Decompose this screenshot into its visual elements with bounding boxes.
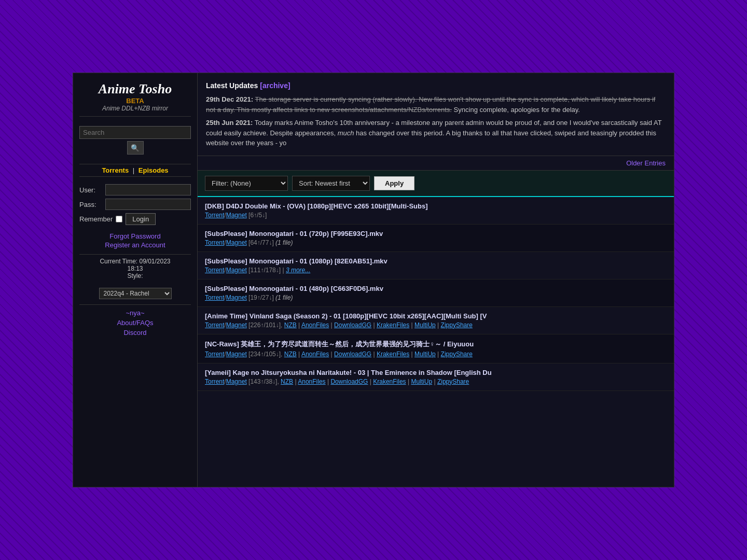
downloadgg-link[interactable]: DownloadGG bbox=[334, 351, 371, 358]
downloadgg-link[interactable]: DownloadGG bbox=[334, 321, 371, 329]
entry-item: [NC-Raws] 英雄王，为了穷尽武道而转生～然后，成为世界最强的见习骑士♀～… bbox=[198, 334, 674, 363]
username-input[interactable] bbox=[105, 184, 191, 195]
torrent-link[interactable]: Torrent bbox=[205, 351, 224, 358]
user-row: User: bbox=[79, 184, 191, 195]
entry-title[interactable]: [NC-Raws] 英雄王，为了穷尽武道而转生～然后，成为世界最强的见习骑士♀～… bbox=[205, 340, 667, 349]
magnet-link[interactable]: Magnet bbox=[226, 267, 247, 274]
torrent-link[interactable]: Torrent bbox=[205, 294, 224, 301]
magnet-link[interactable]: Magnet bbox=[226, 212, 247, 219]
magnet-link[interactable]: Magnet bbox=[226, 239, 247, 246]
krakenfiles-link[interactable]: KrakenFiles bbox=[377, 321, 409, 329]
update-date-1: 29th Dec 2021: bbox=[206, 95, 253, 103]
entry-item: [Yameii] Kage no Jitsuryokusha ni Narita… bbox=[198, 363, 674, 391]
older-entries-link[interactable]: Older Entries bbox=[198, 156, 674, 171]
current-time-value: 18:13 bbox=[79, 265, 191, 272]
update-entry-1: 29th Dec 2021: The storage server is cur… bbox=[206, 94, 666, 115]
update-entry-2: 25th Jun 2021: Today marks Anime Tosho's… bbox=[206, 118, 666, 148]
search-button[interactable]: 🔍 bbox=[127, 141, 144, 155]
entry-links: Torrent/Magnet [143↑/38↓], NZB | AnonFil… bbox=[205, 378, 667, 385]
entry-item: [Anime Time] Vinland Saga (Season 2) - 0… bbox=[198, 307, 674, 334]
current-time-label: Current Time: 09/01/2023 bbox=[79, 258, 191, 265]
anonfiles-link[interactable]: AnonFiles bbox=[298, 378, 325, 385]
entry-item: [SubsPlease] Mononogatari - 01 (480p) [C… bbox=[198, 279, 674, 307]
nav-links: Torrents | Episodes bbox=[79, 164, 191, 177]
torrents-link[interactable]: Torrents bbox=[102, 166, 129, 174]
entry-links: Torrent/Magnet [234↑/105↓], NZB | AnonFi… bbox=[205, 351, 667, 358]
more-link[interactable]: 3 more... bbox=[286, 267, 310, 274]
entry-item: [DKB] D4DJ Double Mix - (OVA) [1080p][HE… bbox=[198, 197, 674, 225]
zippyshare-link[interactable]: ZippyShare bbox=[441, 351, 473, 358]
archive-link[interactable]: [archive] bbox=[260, 81, 290, 90]
krakenfiles-link[interactable]: KrakenFiles bbox=[373, 378, 406, 385]
pass-label: Pass: bbox=[79, 201, 102, 208]
multiup-link[interactable]: MultiUp bbox=[411, 378, 432, 385]
filter-select[interactable]: Filter: (None) bbox=[205, 176, 288, 191]
update-date-2: 25th Jun 2021: bbox=[206, 119, 253, 127]
nzb-link[interactable]: NZB bbox=[284, 351, 297, 358]
multiup-link[interactable]: MultiUp bbox=[414, 321, 436, 329]
update-text-strike-1: The storage server is currently syncing … bbox=[206, 95, 655, 114]
multiup-link[interactable]: MultiUp bbox=[414, 351, 436, 358]
torrent-link[interactable]: Torrent bbox=[205, 212, 224, 219]
torrent-link[interactable]: Torrent bbox=[205, 321, 224, 329]
style-select[interactable]: 2022q4 - Rachel bbox=[99, 288, 172, 299]
remember-label: Remember bbox=[79, 215, 113, 223]
discord-link[interactable]: Discord bbox=[79, 329, 191, 337]
updates-title: Latest Updates bbox=[206, 81, 258, 90]
torrent-link[interactable]: Torrent bbox=[205, 267, 224, 274]
nzb-link[interactable]: NZB bbox=[284, 321, 297, 329]
episodes-link[interactable]: Episodes bbox=[139, 166, 169, 174]
magnet-link[interactable]: Magnet bbox=[226, 294, 247, 301]
password-input[interactable] bbox=[105, 199, 191, 210]
logo-beta: BETA bbox=[79, 97, 191, 105]
remember-checkbox[interactable] bbox=[116, 216, 122, 222]
login-button[interactable]: Login bbox=[126, 213, 156, 225]
main-content: Latest Updates [archive] 29th Dec 2021: … bbox=[198, 73, 674, 487]
style-area: 2022q4 - Rachel bbox=[79, 288, 191, 299]
filter-bar: Filter: (None) Sort: Newest first Apply bbox=[198, 171, 674, 197]
logo-title: Anime Tosho bbox=[79, 81, 191, 97]
search-input[interactable] bbox=[79, 126, 191, 139]
remember-row: Remember Login bbox=[79, 213, 191, 225]
anonfiles-link[interactable]: AnonFiles bbox=[301, 351, 329, 358]
magnet-link[interactable]: Magnet bbox=[226, 321, 247, 329]
magnet-link[interactable]: Magnet bbox=[226, 351, 247, 358]
entry-links: Torrent/Magnet [6↑/5↓] bbox=[205, 212, 667, 219]
nzb-link[interactable]: NZB bbox=[281, 378, 293, 385]
forgot-password-link[interactable]: Forgot Password bbox=[79, 232, 191, 240]
entries-list: [DKB] D4DJ Double Mix - (OVA) [1080p][HE… bbox=[198, 197, 674, 391]
about-link[interactable]: About/FAQs bbox=[79, 319, 191, 327]
login-area: User: Pass: Remember Login bbox=[79, 182, 191, 227]
entry-item: [SubsPlease] Mononogatari - 01 (1080p) [… bbox=[198, 252, 674, 279]
entry-links: Torrent/Magnet [64↑/77↓] (1 file) bbox=[205, 239, 667, 246]
search-area: 🔍 bbox=[79, 122, 191, 159]
register-link[interactable]: Register an Account bbox=[79, 241, 191, 249]
logo-area: Anime Tosho BETA Anime DDL+NZB mirror bbox=[79, 81, 191, 117]
apply-button[interactable]: Apply bbox=[374, 176, 414, 190]
nya-link[interactable]: ~nya~ bbox=[79, 309, 191, 317]
torrent-link[interactable]: Torrent bbox=[205, 239, 224, 246]
nav-separator: | bbox=[133, 166, 134, 174]
anonfiles-link[interactable]: AnonFiles bbox=[301, 321, 329, 329]
file-count: (1 file) bbox=[275, 294, 293, 301]
entry-title[interactable]: [Anime Time] Vinland Saga (Season 2) - 0… bbox=[205, 312, 667, 320]
logo-subtitle: Anime DDL+NZB mirror bbox=[79, 105, 191, 112]
entry-links: Torrent/Magnet [226↑/101↓], NZB | AnonFi… bbox=[205, 321, 667, 329]
entry-title[interactable]: [DKB] D4DJ Double Mix - (OVA) [1080p][HE… bbox=[205, 202, 667, 210]
main-container: Anime Tosho BETA Anime DDL+NZB mirror 🔍 … bbox=[73, 73, 674, 487]
zippyshare-link[interactable]: ZippyShare bbox=[437, 378, 469, 385]
entry-title[interactable]: [Yameii] Kage no Jitsuryokusha ni Narita… bbox=[205, 369, 667, 376]
entry-title[interactable]: [SubsPlease] Mononogatari - 01 (720p) [F… bbox=[205, 230, 667, 237]
entry-links: Torrent/Magnet [19↑/27↓] (1 file) bbox=[205, 294, 667, 301]
downloadgg-link[interactable]: DownloadGG bbox=[330, 378, 368, 385]
update-text-italic-2: much bbox=[338, 129, 354, 137]
magnet-link[interactable]: Magnet bbox=[226, 378, 247, 385]
entry-title[interactable]: [SubsPlease] Mononogatari - 01 (480p) [C… bbox=[205, 285, 667, 292]
sidebar: Anime Tosho BETA Anime DDL+NZB mirror 🔍 … bbox=[73, 73, 198, 487]
sort-select[interactable]: Sort: Newest first bbox=[292, 176, 370, 191]
zippyshare-link[interactable]: ZippyShare bbox=[441, 321, 473, 329]
torrent-link[interactable]: Torrent bbox=[205, 378, 224, 385]
entry-title[interactable]: [SubsPlease] Mononogatari - 01 (1080p) [… bbox=[205, 257, 667, 265]
entry-item: [SubsPlease] Mononogatari - 01 (720p) [F… bbox=[198, 225, 674, 252]
krakenfiles-link[interactable]: KrakenFiles bbox=[377, 351, 409, 358]
